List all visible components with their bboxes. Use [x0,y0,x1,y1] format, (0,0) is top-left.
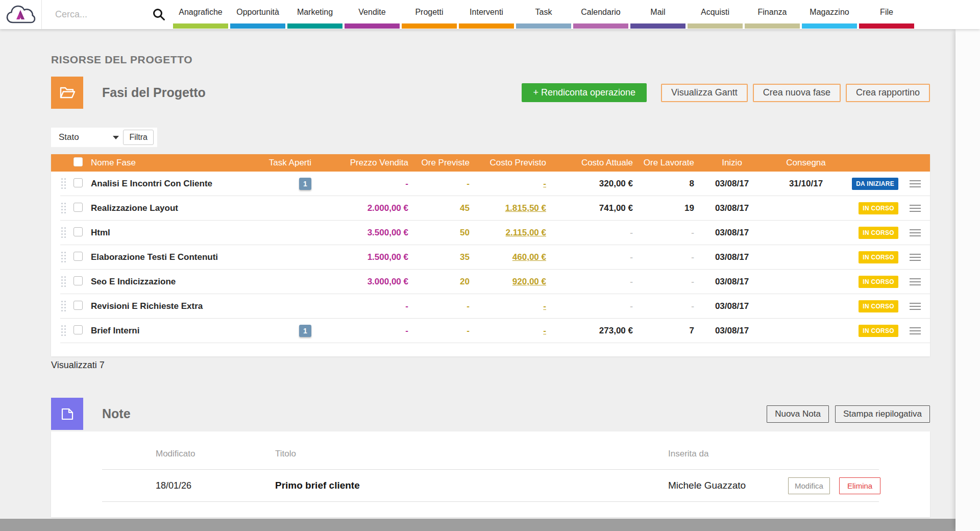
search-button[interactable] [152,8,166,21]
row-checkbox[interactable] [74,252,83,261]
search-icon [152,8,166,21]
row-checkbox[interactable] [74,301,83,310]
row-count-label: Visualizzati 7 [51,360,105,371]
content-area: RISORSE DEL PROGETTO Fasi del Progetto +… [0,29,955,531]
prezzo-vendita-value: 3.500,00 € [313,228,410,238]
drag-handle-icon[interactable] [61,252,66,263]
row-menu-button[interactable] [908,250,923,265]
row-menu-button[interactable] [908,299,923,314]
fasi-table: Nome FaseTask ApertiPrezzo VenditaOre Pr… [51,154,930,356]
status-badge[interactable]: IN CORSO [859,227,898,239]
ore-previste-value: 50 [410,228,472,238]
column-header-nome-fase: Nome Fase [89,158,255,168]
nav-tab-marketing[interactable]: Marketing [287,0,342,29]
costo-previsto-link[interactable]: 2.115,00 € [506,228,546,237]
row-menu-button[interactable] [908,225,923,240]
costo-previsto-cell: 1.815,50 € [472,203,548,213]
nav-tab-label: Mail [650,8,665,17]
select-all-checkbox[interactable] [74,157,83,166]
status-badge[interactable]: IN CORSO [859,300,898,312]
costo-previsto-link[interactable]: - [543,179,546,188]
costo-previsto-link[interactable]: 460,00 € [512,252,546,262]
nav-tab-opportunit[interactable]: Opportunità [230,0,285,29]
nav-tab-label: Task [535,8,552,17]
elimina-button[interactable]: Elimina [839,477,880,494]
inizio-date: 03/08/17 [696,301,768,311]
ore-lavorate-value: 19 [635,203,696,213]
drag-handle-icon[interactable] [61,301,66,312]
nav-tab-file[interactable]: File [859,0,914,29]
row-menu-button[interactable] [908,176,923,191]
nav-tab-label: Opportunità [236,8,279,17]
row-menu-button[interactable] [908,274,923,289]
stato-select[interactable]: Stato [55,132,123,142]
visualizza-gantt-button[interactable]: Visualizza Gantt [661,84,748,102]
rendiconta-operazione-button[interactable]: + Rendiconta operazione [522,83,647,102]
fase-row: Seo E Indicizzazione3.000,00 €20920,00 €… [51,270,930,294]
filtra-button[interactable]: Filtra [123,130,154,145]
drag-cell [51,276,71,287]
costo-previsto-link[interactable]: - [543,301,546,311]
drag-handle-icon[interactable] [61,227,66,238]
status-badge[interactable]: IN CORSO [859,202,898,214]
menu-cell [900,225,930,241]
ore-previste-value: - [410,179,472,189]
drag-handle-icon[interactable] [61,276,66,287]
ore-lavorate-value: 8 [635,179,696,189]
nav-tab-acquisti[interactable]: Acquisti [688,0,743,29]
nav-tab-anagrafiche[interactable]: Anagrafiche [173,0,228,29]
status-badge[interactable]: DA INIZIARE [852,178,898,190]
row-menu-button[interactable] [908,323,923,339]
task-count-badge[interactable]: 1 [299,178,311,190]
costo-previsto-link[interactable]: 920,00 € [512,277,546,286]
checkbox-cell [71,276,89,288]
drag-handle-icon[interactable] [61,203,66,214]
nav-tab-progetti[interactable]: Progetti [402,0,457,29]
crea-rapportino-button[interactable]: Crea rapportino [846,84,930,102]
nav-tab-vendite[interactable]: Vendite [345,0,400,29]
nav-tab-mail[interactable]: Mail [630,0,685,29]
crea-nuova-fase-button[interactable]: Crea nuova fase [753,84,841,102]
drag-handle-icon[interactable] [61,178,66,189]
drag-cell [51,203,71,214]
costo-previsto-link[interactable]: 1.815,50 € [505,203,546,213]
row-checkbox[interactable] [74,325,83,334]
costo-previsto-link[interactable]: - [543,326,546,335]
drag-handle-icon[interactable] [61,325,66,336]
page-right-gutter[interactable] [955,29,980,531]
nav-tab-calendario[interactable]: Calendario [573,0,628,29]
nav-tab-finanza[interactable]: Finanza [745,0,800,29]
note-row: 18/01/26 Primo brief cliente Michele Gua… [102,470,879,502]
search-input[interactable] [54,9,150,20]
nav-tab-magazzino[interactable]: Magazzino [802,0,857,29]
nav-tab-label: Marketing [297,8,333,17]
row-checkbox[interactable] [74,276,83,285]
chevron-down-icon [113,136,119,139]
nav-tab-task[interactable]: Task [516,0,571,29]
row-checkbox[interactable] [74,227,83,236]
nav-tab-underline [287,23,342,29]
costo-previsto-cell: 2.115,00 € [472,228,548,238]
status-badge[interactable]: IN CORSO [859,276,898,288]
task-count-badge[interactable]: 1 [299,325,311,337]
nav-tab-label: Interventi [470,8,503,17]
nuova-nota-button[interactable]: Nuova Nota [767,405,829,423]
fase-name: Realizzazione Layout [89,203,255,213]
status-cell: IN CORSO [844,227,900,239]
modifica-button[interactable]: Modifica [788,477,830,494]
row-checkbox[interactable] [74,203,83,212]
nav-tab-label: Progetti [415,8,443,17]
app-logo[interactable] [0,0,42,29]
nav-tab-interventi[interactable]: Interventi [459,0,514,29]
stampa-riepilogativa-button[interactable]: Stampa riepilogativa [835,405,930,423]
row-menu-button[interactable] [908,201,923,216]
checkbox-cell [71,203,89,214]
nav-tab-underline [402,23,457,29]
row-checkbox[interactable] [74,178,83,187]
status-badge[interactable]: IN CORSO [859,251,898,263]
note-icon [51,398,83,430]
nav-tab-underline [573,23,628,29]
costo-previsto-cell: 920,00 € [472,277,548,287]
status-badge[interactable]: IN CORSO [859,325,898,337]
note-author: Michele Guazzato [666,480,786,491]
